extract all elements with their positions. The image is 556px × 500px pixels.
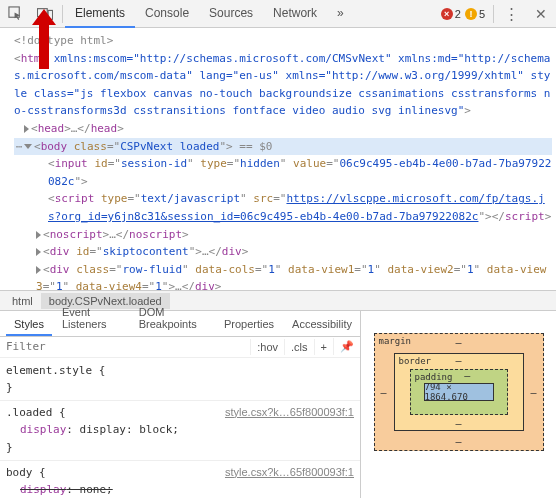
styles-tab-dom-breakpoints[interactable]: DOM Breakpoints — [131, 302, 214, 336]
annotation-arrow — [30, 7, 58, 78]
add-rule-button[interactable]: + — [314, 339, 333, 355]
css-declaration[interactable]: display: display: block; — [6, 421, 354, 439]
script-element[interactable]: <script type="text/javascript" src="http… — [14, 190, 552, 225]
div-row-fluid[interactable]: <div class="row-fluid" data-cols="1" dat… — [14, 261, 552, 290]
settings-menu-icon[interactable]: ⋮ — [496, 0, 526, 28]
tab-console[interactable]: Console — [135, 0, 199, 28]
html-element[interactable]: <html xmlns:mscom="http://schemas.micros… — [14, 50, 552, 120]
box-model-pane: margin – – – – border – – padding– 794 ×… — [361, 311, 556, 498]
devtools-toolbar: Elements Console Sources Network » ×2 !5… — [0, 0, 556, 28]
error-count: 2 — [455, 8, 461, 20]
box-content[interactable]: 794 × 1864.670 — [424, 383, 494, 401]
noscript-element[interactable]: <noscript>…</noscript> — [14, 226, 552, 244]
rule-source-link[interactable]: style.csx?k…65f800093f:1 — [225, 404, 354, 422]
crumb-html[interactable]: html — [4, 293, 41, 309]
tabs-overflow[interactable]: » — [327, 0, 354, 28]
hov-toggle[interactable]: :hov — [250, 339, 284, 355]
tab-network[interactable]: Network — [263, 0, 327, 28]
rule-source-link[interactable]: style.csx?k…65f800093f:1 — [225, 464, 354, 482]
styles-tabs: Styles Event Listeners DOM Breakpoints P… — [0, 311, 360, 337]
close-icon[interactable]: ✕ — [526, 0, 556, 28]
pin-icon[interactable]: 📌 — [333, 338, 360, 355]
collapse-icon[interactable] — [24, 144, 32, 149]
warn-count: 5 — [479, 8, 485, 20]
rule-selector[interactable]: body { — [6, 464, 46, 482]
head-element[interactable]: <head>…</head> — [14, 120, 552, 138]
warn-badge-icon: ! — [465, 8, 477, 20]
div-skiptocontent[interactable]: <div id="skiptocontent">…</div> — [14, 243, 552, 261]
styles-left: Styles Event Listeners DOM Breakpoints P… — [0, 311, 361, 498]
box-model[interactable]: margin – – – – border – – padding– 794 ×… — [374, 333, 544, 451]
css-declaration-overridden[interactable]: display: none; — [6, 481, 354, 498]
cls-toggle[interactable]: .cls — [284, 339, 314, 355]
inspect-element-icon[interactable] — [0, 0, 30, 28]
body-element[interactable]: ⋯<body class="CSPvNext loaded"> == $0 — [14, 138, 552, 156]
expand-icon[interactable] — [36, 266, 41, 274]
rule-selector[interactable]: .loaded { — [6, 404, 66, 422]
expand-icon[interactable] — [24, 125, 29, 133]
rule-selector[interactable]: element.style { — [6, 362, 105, 380]
doctype: <!doctype html> — [14, 32, 552, 50]
separator — [62, 5, 63, 23]
css-rules[interactable]: element.style { } .loaded {style.csx?k…6… — [0, 358, 360, 498]
styles-pane: Styles Event Listeners DOM Breakpoints P… — [0, 310, 556, 498]
tab-elements[interactable]: Elements — [65, 0, 135, 28]
styles-tab-properties[interactable]: Properties — [216, 314, 282, 336]
filter-bar: :hov .cls + 📌 — [0, 337, 360, 358]
error-counts[interactable]: ×2 !5 — [441, 8, 491, 20]
input-element[interactable]: <input id="session-id" type="hidden" val… — [14, 155, 552, 190]
panel-tabs: Elements Console Sources Network » — [65, 0, 441, 28]
tab-sources[interactable]: Sources — [199, 0, 263, 28]
filter-input[interactable] — [0, 337, 250, 356]
expand-icon[interactable] — [36, 231, 41, 239]
styles-tab-accessibility[interactable]: Accessibility — [284, 314, 360, 336]
styles-tab-event-listeners[interactable]: Event Listeners — [54, 302, 129, 336]
error-badge-icon: × — [441, 8, 453, 20]
expand-icon[interactable] — [36, 248, 41, 256]
separator — [493, 5, 494, 23]
styles-tab-styles[interactable]: Styles — [6, 314, 52, 336]
dom-tree[interactable]: <!doctype html> <html xmlns:mscom="http:… — [0, 28, 556, 290]
